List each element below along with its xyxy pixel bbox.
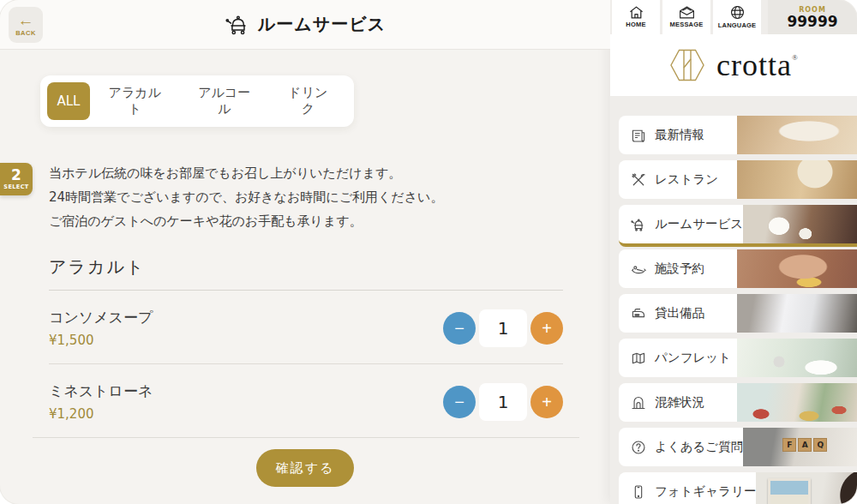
- language-label: LANGUAGE: [718, 21, 757, 29]
- sidebar-item-restaurant[interactable]: レストラン: [619, 160, 857, 199]
- menu-item-name: ミネストローネ: [49, 381, 153, 401]
- room-number-display: ROOM 99999: [768, 0, 857, 34]
- menu-item-info: ミネストローネ ¥1,200: [49, 381, 153, 422]
- restaurant-icon: [631, 172, 646, 188]
- quantity-stepper: − 1 +: [443, 309, 563, 347]
- room-service-icon: [631, 217, 646, 232]
- pamphlet-thumbnail: [737, 339, 857, 377]
- brand-logo: crotta®: [610, 34, 857, 96]
- sidebar-top-bar: HOME MESSAGE LANGUAGE: [610, 0, 857, 34]
- spa-icon: [631, 261, 646, 277]
- news-thumbnail: [737, 116, 857, 154]
- brand-name: crotta®: [716, 47, 799, 83]
- description-line: 24時間営業でございますので、お好きなお時間にご利用ください。: [49, 185, 563, 209]
- rental-thumbnail: [737, 294, 857, 333]
- home-icon: [629, 6, 644, 19]
- restaurant-thumbnail: [737, 160, 857, 199]
- room-number: 99999: [787, 14, 837, 29]
- quantity-value: 1: [479, 383, 527, 421]
- tab-alcohol[interactable]: アルコール: [180, 82, 269, 120]
- iron-icon: [631, 306, 646, 321]
- faq-letter: Q: [813, 438, 827, 452]
- sidebar-item-label: パンフレット: [655, 350, 731, 366]
- faq-letter: A: [798, 438, 812, 452]
- language-icon: [730, 5, 745, 20]
- sidebar-item-facility-reservation[interactable]: 施設予約: [619, 249, 857, 288]
- menu-item-name: コンソメスープ: [49, 308, 153, 327]
- minus-button[interactable]: −: [443, 312, 476, 345]
- sidebar-item-news[interactable]: 最新情報: [619, 116, 857, 154]
- sidebar-item-pamphlet[interactable]: パンフレット: [619, 339, 857, 377]
- tablet-screen: ← BACK ルームサービス: [0, 0, 857, 504]
- sidebar-item-rental-equipment[interactable]: 貸出備品: [619, 294, 857, 333]
- minus-button[interactable]: −: [443, 386, 476, 418]
- service-description: 当ホテル伝統の味をお部屋でもお召し上がりいただけます。 24時間営業でございます…: [49, 161, 563, 233]
- home-button[interactable]: HOME: [612, 0, 660, 34]
- message-icon: [679, 6, 695, 19]
- tab-a-la-carte[interactable]: アラカルト: [90, 82, 180, 120]
- sidebar-item-label: 混雑状況: [655, 394, 704, 411]
- navigation-sidebar: HOME MESSAGE LANGUAGE: [610, 0, 857, 504]
- description-line: ご宿泊のゲストへのケーキや花のお手配も承ります。: [49, 209, 563, 233]
- plus-button[interactable]: +: [530, 312, 563, 345]
- page-header: ← BACK ルームサービス: [0, 0, 610, 50]
- congestion-thumbnail: [737, 383, 857, 422]
- hexagon-logo-icon: [668, 45, 706, 85]
- confirm-button[interactable]: 確認する: [256, 449, 354, 487]
- sidebar-item-label: よくあるご質問: [655, 439, 743, 455]
- menu-item-row: コンソメスープ ¥1,500 − 1 +: [49, 291, 563, 363]
- menu-item-info: コンソメスープ ¥1,500: [49, 308, 153, 348]
- menu-item-row: ミネストローネ ¥1,200 − 1 +: [49, 364, 563, 437]
- select-count-badge: 2 SELECT: [0, 163, 33, 195]
- footer-divider: [33, 437, 579, 438]
- category-tabbar: ALL アラカルト アルコール ドリンク: [40, 75, 354, 127]
- description-line: 当ホテル伝統の味をお部屋でもお召し上がりいただけます。: [49, 161, 563, 185]
- select-label: SELECT: [3, 183, 28, 190]
- tab-all[interactable]: ALL: [47, 82, 90, 120]
- sidebar-item-label: ルームサービス: [655, 216, 743, 232]
- room-service-page: ← BACK ルームサービス: [0, 0, 610, 504]
- menu-item-price: ¥1,200: [49, 406, 153, 422]
- section-title: アラカルト: [49, 255, 610, 279]
- tab-drink[interactable]: ドリンク: [269, 82, 347, 120]
- page-title: ルームサービス: [258, 13, 386, 36]
- room-service-cart-icon: [225, 12, 250, 38]
- photo-gallery-icon: [631, 484, 646, 500]
- quantity-stepper: − 1 +: [443, 383, 563, 421]
- faq-thumbnail: F A Q: [743, 428, 857, 466]
- news-icon: [631, 128, 646, 143]
- plus-button[interactable]: +: [530, 386, 563, 418]
- sidebar-item-label: 施設予約: [655, 261, 704, 277]
- language-button[interactable]: LANGUAGE: [713, 0, 761, 34]
- question-icon: [631, 440, 646, 455]
- sidebar-item-photo-gallery[interactable]: フォトギャラリー: [619, 472, 857, 504]
- message-button[interactable]: MESSAGE: [662, 0, 710, 34]
- sidebar-item-congestion-status[interactable]: 混雑状況: [619, 383, 857, 422]
- back-arrow-icon: ←: [18, 13, 34, 28]
- message-label: MESSAGE: [670, 21, 704, 28]
- sidebar-item-label: 貸出備品: [655, 305, 704, 321]
- sidebar-item-room-service[interactable]: ルームサービス: [619, 205, 857, 247]
- menu-item-price: ¥1,500: [49, 333, 153, 348]
- congestion-icon: [631, 395, 646, 411]
- select-count: 2: [11, 168, 21, 183]
- quantity-value: 1: [479, 309, 527, 347]
- sidebar-item-faq[interactable]: よくあるご質問 F A Q: [619, 428, 857, 466]
- home-label: HOME: [626, 21, 645, 28]
- faq-letter-blocks: F A Q: [782, 438, 827, 452]
- back-label: BACK: [15, 29, 36, 37]
- facility-thumbnail: [737, 249, 857, 288]
- sidebar-menu: 最新情報 レストラン: [610, 116, 857, 504]
- sidebar-item-label: 最新情報: [655, 127, 704, 143]
- registered-mark: ®: [792, 53, 799, 62]
- room-service-thumbnail: [743, 205, 857, 243]
- page-body: ALL アラカルト アルコール ドリンク 2 SELECT 当ホテル伝統の味をお…: [0, 50, 610, 504]
- faq-letter: F: [782, 438, 796, 452]
- sidebar-item-label: フォトギャラリー: [655, 483, 756, 500]
- sidebar-item-label: レストラン: [655, 171, 718, 188]
- gallery-thumbnail: [756, 472, 857, 504]
- page-title-wrap: ルームサービス: [225, 12, 386, 38]
- back-button[interactable]: ← BACK: [9, 7, 43, 43]
- pamphlet-icon: [631, 351, 646, 366]
